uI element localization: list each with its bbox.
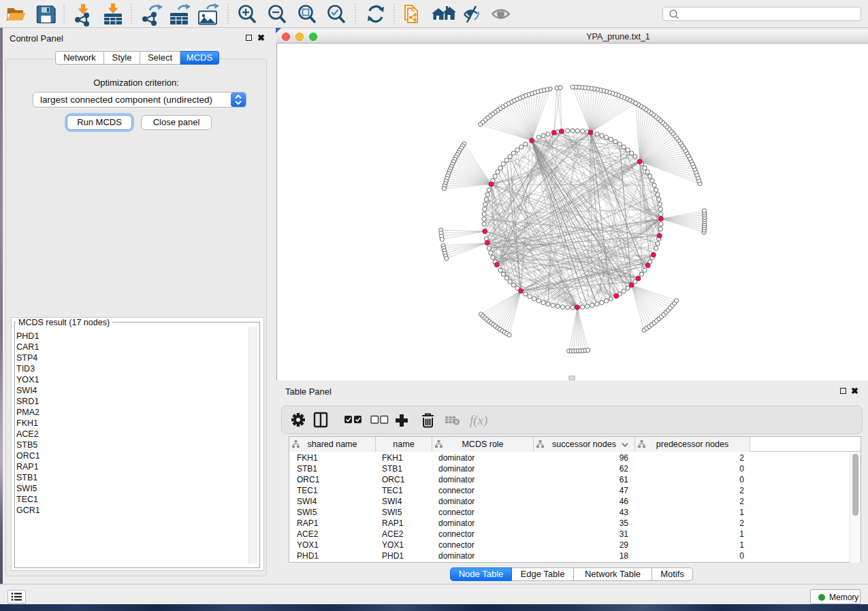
svg-text:f(x): f(x) (470, 413, 487, 428)
